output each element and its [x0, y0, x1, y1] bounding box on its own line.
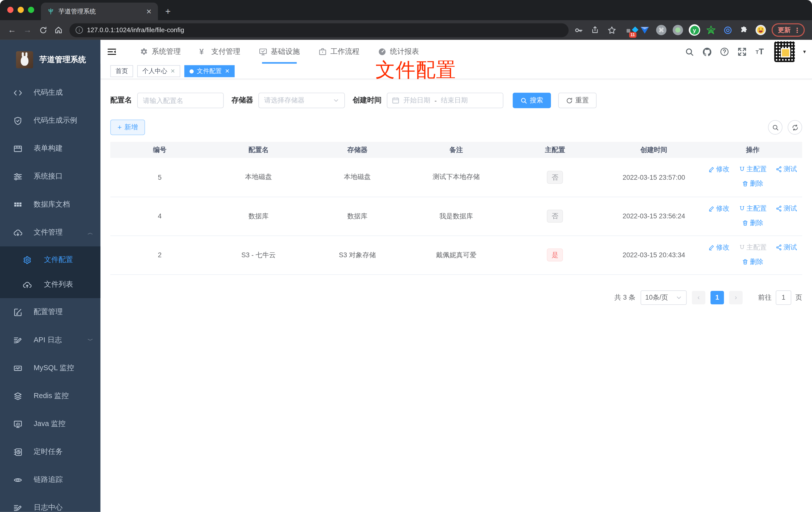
search-icon[interactable] [683, 46, 696, 58]
sidebar-item-tracing[interactable]: 链路追踪 [0, 466, 100, 494]
sidebar-item-scheduled-tasks[interactable]: 定时任务 [0, 438, 100, 466]
close-window-button[interactable] [7, 7, 13, 13]
delete-link[interactable]: 删除 [742, 177, 763, 191]
fullscreen-icon[interactable] [736, 46, 748, 58]
address-bar[interactable]: i 127.0.0.1:1024/infra/file/file-config [69, 23, 569, 37]
sidebar-item-code-gen-example[interactable]: 代码生成示例 [0, 107, 100, 134]
browser-menu-icon[interactable]: ⋮ [794, 26, 801, 34]
search-button[interactable]: 搜索 [513, 93, 551, 108]
refresh-table-button[interactable] [788, 120, 802, 134]
extension-eye-icon[interactable] [721, 23, 734, 37]
test-link[interactable]: 测试 [776, 241, 797, 254]
red-annotation-text: 文件配置 [375, 57, 456, 83]
nav-item-infrastructure[interactable]: 基础设施 [250, 40, 309, 64]
master-link[interactable]: 主配置 [739, 202, 766, 215]
delete-link[interactable]: 删除 [742, 255, 763, 268]
home-button[interactable] [51, 22, 66, 38]
sidebar-item-code-gen[interactable]: 代码生成 [0, 79, 100, 107]
test-link[interactable]: 测试 [776, 202, 797, 215]
edit-link[interactable]: 修改 [708, 163, 729, 176]
tab-close-icon[interactable]: ✕ [145, 7, 153, 15]
sidebar-item-api-log[interactable]: API 日志 ﹀ [0, 326, 100, 354]
edit-link[interactable]: 修改 [708, 202, 729, 215]
master-label: 主配置 [746, 163, 766, 176]
test-link[interactable]: 测试 [776, 163, 797, 176]
sidebar-item-db-doc[interactable]: 数据库文档 [0, 190, 100, 218]
nav-label: 支付管理 [211, 47, 240, 56]
trash-icon [742, 259, 748, 265]
back-button[interactable]: ← [4, 22, 20, 38]
extension-star-icon[interactable] [704, 23, 718, 37]
sidebar-item-form-builder[interactable]: 表单构建 [0, 134, 100, 162]
site-info-icon[interactable]: i [76, 26, 83, 34]
sidebar-item-label: 文件管理 [34, 228, 76, 237]
window-controls[interactable] [7, 7, 34, 13]
sidebar-item-config-management[interactable]: 配置管理 [0, 298, 100, 326]
start-date-placeholder: 开始日期 [404, 96, 430, 105]
extensions-puzzle-icon[interactable] [737, 23, 751, 37]
sidebar-item-java-monitor[interactable]: Java 监控 [0, 410, 100, 438]
forward-button[interactable]: → [20, 22, 35, 38]
reload-button[interactable] [35, 22, 51, 38]
add-button[interactable]: + 新增 [110, 120, 145, 135]
col-master: 主配置 [505, 142, 604, 158]
font-size-icon[interactable]: TT [753, 46, 766, 58]
config-name-input[interactable] [143, 96, 218, 104]
nav-item-system[interactable]: 系统管理 [130, 40, 190, 64]
nav-item-workflow[interactable]: 工作流程 [309, 40, 369, 64]
prev-page-button[interactable]: ‹ [692, 291, 705, 304]
show-search-button[interactable] [768, 120, 782, 134]
browser-tab[interactable]: 芋道管理系统 ✕ [41, 2, 158, 20]
goto-label: 前往 [758, 293, 772, 302]
tag-close-icon[interactable]: ✕ [225, 68, 230, 74]
sidebar-item-label: Redis 监控 [34, 391, 93, 400]
sidebar-collapse-icon[interactable] [102, 41, 122, 62]
share-icon[interactable] [588, 23, 602, 37]
sidebar-item-file-config[interactable]: 文件配置 [0, 247, 100, 272]
tag-tab-file-config[interactable]: 文件配置 ✕ [184, 65, 235, 77]
master-link-disabled[interactable]: 主配置 [739, 241, 766, 254]
current-page[interactable]: 1 [710, 291, 724, 304]
chrome-update-button[interactable]: 更新 ⋮ [772, 23, 805, 37]
bookmark-star-icon[interactable] [605, 23, 618, 37]
sidebar-item-system-api[interactable]: 系统接口 [0, 162, 100, 190]
minimize-window-button[interactable] [18, 7, 24, 13]
extension-v-icon[interactable]: y [688, 23, 701, 37]
reset-button[interactable]: 重置 [558, 93, 597, 108]
sidebar-item-file-management[interactable]: 文件管理 ︿ [0, 218, 100, 246]
extension-squares-icon[interactable]: 11 [621, 23, 635, 37]
nav-item-payment[interactable]: ¥ 支付管理 [190, 40, 250, 64]
col-created: 创建时间 [605, 142, 703, 158]
delete-label: 删除 [750, 255, 763, 268]
master-link[interactable]: 主配置 [739, 163, 766, 176]
tag-close-icon[interactable]: ✕ [170, 68, 175, 74]
zoom-window-button[interactable] [28, 7, 34, 13]
password-key-icon[interactable] [572, 23, 585, 37]
edit-link[interactable]: 修改 [708, 241, 729, 254]
goto-page-input[interactable] [776, 290, 791, 305]
storage-select[interactable]: 请选择存储器 [258, 93, 345, 108]
delete-link[interactable]: 删除 [742, 216, 763, 230]
sidebar-logo[interactable]: 芋道管理系统 [0, 40, 100, 79]
next-page-button[interactable]: › [729, 291, 743, 304]
sidebar-item-file-list[interactable]: 文件列表 [0, 272, 100, 297]
avatar-caret-icon[interactable]: ▼ [802, 49, 807, 54]
date-range-picker[interactable]: 开始日期 - 结束日期 [387, 93, 503, 108]
tag-tab-home[interactable]: 首页 [110, 65, 133, 77]
user-avatar[interactable] [774, 41, 795, 62]
extension-gem-icon[interactable] [638, 23, 651, 37]
help-icon[interactable] [718, 46, 731, 58]
new-tab-button[interactable]: + [165, 6, 171, 20]
sidebar-item-redis-monitor[interactable]: Redis 监控 [0, 382, 100, 410]
sidebar-item-log-center[interactable]: 日志中心 [0, 494, 100, 512]
sidebar-item-label: API 日志 [34, 335, 76, 345]
master-label: 主配置 [746, 241, 766, 254]
github-icon[interactable] [701, 46, 713, 58]
extension-command-icon[interactable]: ⌘ [655, 23, 668, 37]
profile-emoji-icon[interactable] [754, 23, 767, 37]
col-name: 配置名 [209, 142, 308, 158]
sidebar-item-mysql-monitor[interactable]: MySQL 监控 [0, 354, 100, 382]
extension-record-icon[interactable] [671, 23, 685, 37]
tag-tab-profile[interactable]: 个人中心 ✕ [137, 65, 180, 77]
page-size-select[interactable]: 10条/页 [641, 290, 687, 305]
